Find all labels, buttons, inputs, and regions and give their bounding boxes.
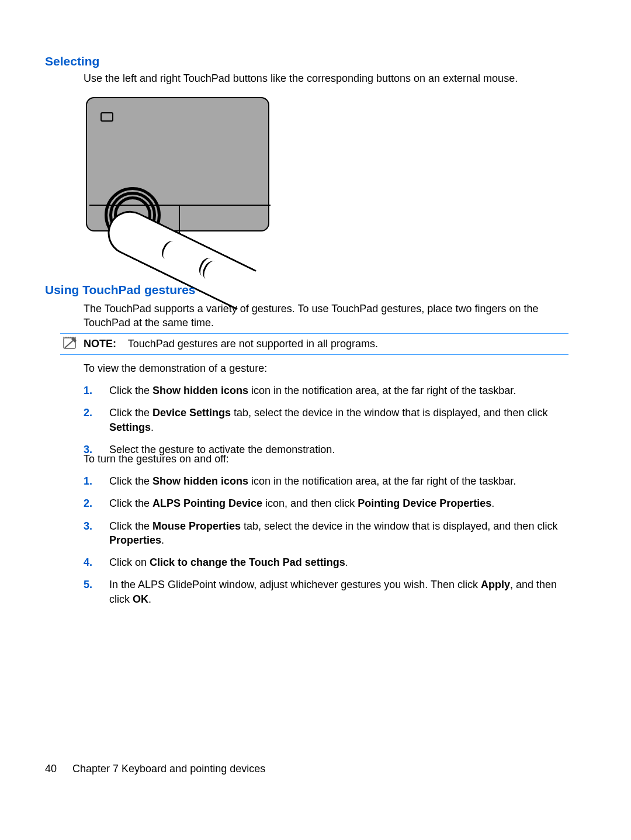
- step-text: Click the Show hidden icons icon in the …: [109, 475, 516, 487]
- step-item: 2. Click the Device Settings tab, select…: [84, 406, 568, 434]
- step-number: 2.: [84, 406, 92, 420]
- step-item: 4. Click on Click to change the Touch Pa…: [84, 555, 568, 569]
- step-item: 2. Click the ALPS Pointing Device icon, …: [84, 496, 568, 510]
- step-text: Click on Click to change the Touch Pad s…: [109, 556, 348, 568]
- step-number: 5.: [84, 578, 92, 592]
- step-text: Click the Device Settings tab, select th…: [109, 407, 547, 433]
- step-item: 1. Click the Show hidden icons icon in t…: [84, 474, 568, 488]
- step-text: In the ALPS GlidePoint window, adjust wh…: [109, 579, 557, 604]
- note-text: TouchPad gestures are not supported in a…: [128, 338, 378, 350]
- step-number: 4.: [84, 555, 92, 569]
- note-label: NOTE:: [84, 338, 116, 350]
- paragraph-gestures-intro: The TouchPad supports a variety of gestu…: [84, 302, 545, 330]
- step-number: 3.: [84, 519, 92, 533]
- touchpad-indicator-icon: [100, 112, 113, 122]
- step-item: 3. Click the Mouse Properties tab, selec…: [84, 519, 568, 548]
- step-text: Click the Mouse Properties tab, select t…: [109, 520, 557, 546]
- paragraph-view-demo-intro: To view the demonstration of a gesture:: [84, 362, 545, 375]
- step-item: 5. In the ALPS GlidePoint window, adjust…: [84, 578, 568, 606]
- note-icon: [61, 336, 79, 350]
- step-number: 1.: [84, 474, 92, 488]
- page-footer: 40 Chapter 7 Keyboard and pointing devic…: [45, 763, 265, 775]
- paragraph-toggle-intro: To turn the gestures on and off:: [84, 453, 545, 465]
- heading-gestures: Using TouchPad gestures: [45, 283, 196, 297]
- paragraph-selecting-intro: Use the left and right TouchPad buttons …: [84, 71, 545, 85]
- step-number: 2.: [84, 496, 92, 510]
- touchpad-button-divider: [179, 206, 180, 235]
- page-number: 40: [45, 763, 70, 775]
- touchpad-illustration: [84, 94, 269, 275]
- steps-toggle: 1. Click the Show hidden icons icon in t…: [84, 474, 568, 614]
- step-number: 1.: [84, 383, 92, 397]
- document-page: Selecting Use the left and right TouchPa…: [0, 0, 631, 840]
- step-text: Click the Show hidden icons icon in the …: [109, 385, 516, 396]
- note-callout: NOTE: TouchPad gestures are not supporte…: [60, 333, 568, 355]
- step-item: 1. Click the Show hidden icons icon in t…: [84, 383, 568, 397]
- step-text: Click the ALPS Pointing Device icon, and…: [109, 497, 494, 509]
- chapter-title: Chapter 7 Keyboard and pointing devices: [72, 763, 265, 775]
- heading-selecting: Selecting: [45, 54, 99, 68]
